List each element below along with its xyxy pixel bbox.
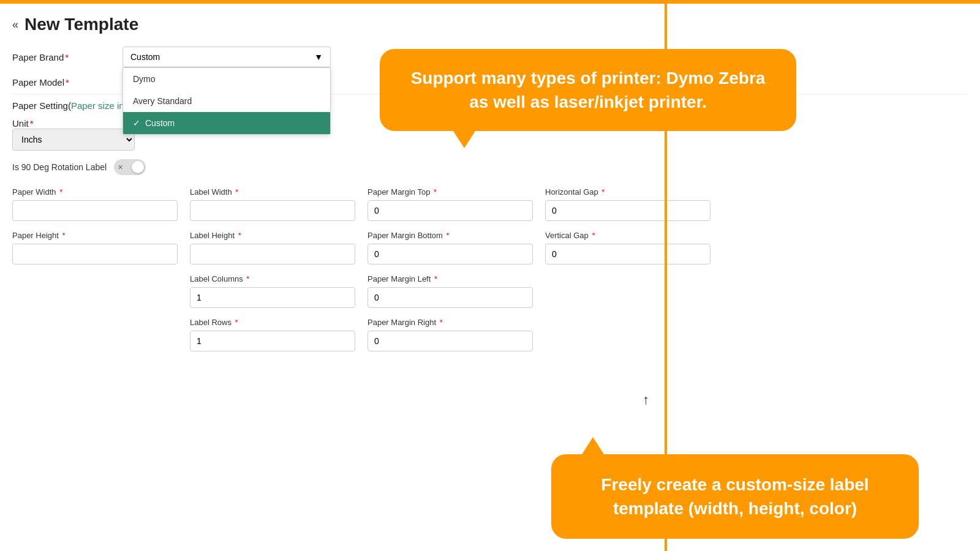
paper-margin-left-input[interactable] xyxy=(368,287,533,308)
rotation-row: Is 90 Deg Rotation Label ✕ xyxy=(12,159,968,175)
rotation-label: Is 90 Deg Rotation Label xyxy=(12,162,107,172)
scroll-up-arrow[interactable]: ↑ xyxy=(643,392,649,408)
paper-margin-left-label: Paper Margin Left * xyxy=(368,274,533,283)
label-rows-input[interactable] xyxy=(190,331,355,351)
vertical-gap-label: Vertical Gap * xyxy=(545,231,710,240)
field-group-paper-height: Paper Height * xyxy=(12,231,178,264)
tooltip-top-text: Support many types of printer: Dymo Zebr… xyxy=(404,66,772,114)
field-group-label-height: Label Height * xyxy=(190,231,355,264)
tooltip-bottom: Freely create a custom-size labeltemplat… xyxy=(551,454,919,539)
back-button[interactable]: « xyxy=(12,18,18,31)
toggle-x-icon: ✕ xyxy=(118,163,123,171)
paper-brand-dropdown[interactable]: Custom ▼ xyxy=(123,47,331,67)
dropdown-item-custom[interactable]: ✓ Custom xyxy=(123,112,330,134)
tooltip-top: Support many types of printer: Dymo Zebr… xyxy=(380,49,796,131)
page-title: New Template xyxy=(24,15,138,34)
paper-margin-top-label: Paper Margin Top * xyxy=(368,187,533,197)
field-group-label-columns: Label Columns * xyxy=(190,274,355,308)
checkmark-icon: ✓ xyxy=(133,118,140,128)
field-group-paper-margin-bottom: Paper Margin Bottom * xyxy=(368,231,533,264)
paper-model-label: Paper Model* xyxy=(12,77,110,88)
field-group-horizontal-gap: Horizontal Gap * xyxy=(545,187,710,221)
label-width-label: Label Width * xyxy=(190,187,355,197)
field-group-label-rows: Label Rows * xyxy=(190,318,355,351)
field-group-paper-margin-right: Paper Margin Right * xyxy=(368,318,533,351)
rotation-toggle[interactable]: ✕ xyxy=(114,159,146,175)
paper-brand-label: Paper Brand* xyxy=(12,52,110,62)
label-rows-label: Label Rows * xyxy=(190,318,355,327)
label-columns-input[interactable] xyxy=(190,287,355,308)
horizontal-gap-label: Horizontal Gap * xyxy=(545,187,710,197)
unit-select[interactable]: Inchs mm cm xyxy=(12,129,135,151)
paper-height-input[interactable] xyxy=(12,244,178,264)
fields-grid: Paper Width * Label Width * Paper Margin… xyxy=(12,187,968,351)
label-height-label: Label Height * xyxy=(190,231,355,240)
paper-brand-value: Custom xyxy=(130,52,160,62)
paper-width-label: Paper Width * xyxy=(12,187,178,197)
header: « New Template xyxy=(0,4,980,40)
paper-brand-dropdown-wrapper: Custom ▼ Dymo Avery Standard ✓ Custom xyxy=(123,47,331,67)
required-star-model: * xyxy=(66,77,69,88)
field-group-paper-margin-top: Paper Margin Top * xyxy=(368,187,533,221)
field-group-label-width: Label Width * xyxy=(190,187,355,221)
paper-margin-top-input[interactable] xyxy=(368,200,533,221)
dropdown-arrow-icon: ▼ xyxy=(314,52,323,62)
required-star: * xyxy=(65,52,69,62)
paper-height-label: Paper Height * xyxy=(12,231,178,240)
paper-margin-bottom-label: Paper Margin Bottom * xyxy=(368,231,533,240)
dropdown-item-avery[interactable]: Avery Standard xyxy=(123,90,330,112)
label-columns-label: Label Columns * xyxy=(190,274,355,283)
field-group-paper-margin-left: Paper Margin Left * xyxy=(368,274,533,308)
paper-margin-right-input[interactable] xyxy=(368,331,533,351)
field-group-paper-width: Paper Width * xyxy=(12,187,178,221)
dropdown-item-custom-label: Custom xyxy=(145,118,175,128)
paper-width-input[interactable] xyxy=(12,200,178,221)
label-height-input[interactable] xyxy=(190,244,355,264)
unit-required-star: * xyxy=(30,118,34,129)
horizontal-gap-input[interactable] xyxy=(545,200,710,221)
paper-brand-menu: Dymo Avery Standard ✓ Custom xyxy=(123,67,331,135)
field-group-vertical-gap: Vertical Gap * xyxy=(545,231,710,264)
dropdown-item-dymo[interactable]: Dymo xyxy=(123,68,330,90)
label-width-input[interactable] xyxy=(190,200,355,221)
paper-margin-bottom-input[interactable] xyxy=(368,244,533,264)
tooltip-bottom-text: Freely create a custom-size labeltemplat… xyxy=(576,473,894,520)
vertical-gap-input[interactable] xyxy=(545,244,710,264)
paper-margin-right-label: Paper Margin Right * xyxy=(368,318,533,327)
toggle-circle xyxy=(132,161,144,173)
